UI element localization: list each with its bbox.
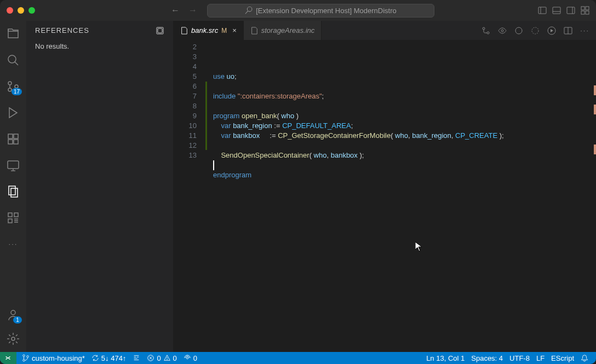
nav-forward-icon[interactable]: →	[188, 5, 197, 15]
activity-bar: 17 ··· 1	[0, 21, 26, 352]
customize-layout-icon[interactable]	[581, 6, 589, 15]
svg-point-27	[11, 310, 15, 315]
remote-icon	[4, 354, 12, 362]
code-line[interactable]	[213, 141, 596, 151]
svg-rect-26	[8, 219, 12, 223]
branch-name: custom-housing*	[32, 354, 85, 362]
code-content[interactable]: use uo; include ":containers:storageArea…	[207, 40, 596, 352]
text-cursor	[213, 160, 214, 170]
code-editor[interactable]: 2345678910111213 use uo; include ":conta…	[174, 40, 596, 352]
code-line[interactable]: program open_bank( who )	[213, 111, 596, 121]
extensions-view[interactable]	[7, 132, 20, 146]
overflow-menu[interactable]: ···	[9, 240, 18, 248]
code-line[interactable]	[213, 101, 596, 111]
svg-line-11	[15, 62, 18, 65]
code-line[interactable]: var bank_region := CP_DEFAULT_AREA;	[213, 121, 596, 131]
settings-gear[interactable]	[7, 332, 20, 345]
sync-status[interactable]: 5↓ 474↑	[88, 352, 130, 364]
remote-explorer-view[interactable]	[7, 159, 20, 172]
svg-point-10	[8, 55, 16, 63]
side-panel: REFERENCES No results.	[26, 21, 174, 352]
collapse-icon[interactable]	[156, 26, 164, 35]
tab-name: bank.src	[191, 26, 218, 34]
ports-count: 0	[193, 354, 197, 362]
toggle-primary-sidebar-icon[interactable]	[538, 6, 547, 15]
code-line[interactable]	[213, 160, 596, 170]
svg-point-39	[23, 355, 25, 357]
minimize-window[interactable]	[18, 7, 24, 14]
svg-rect-15	[8, 134, 13, 138]
tab-bank-src[interactable]: bank.src M ×	[174, 21, 244, 40]
indentation-status[interactable]: Spaces: 4	[468, 354, 506, 362]
svg-point-34	[515, 27, 522, 34]
preview-icon[interactable]	[498, 26, 507, 35]
source-control-view[interactable]: 17	[7, 80, 20, 93]
svg-rect-6	[581, 7, 584, 10]
tab-name: storageAreas.inc	[261, 26, 315, 34]
svg-point-12	[8, 82, 12, 85]
code-line[interactable]	[213, 82, 596, 91]
svg-rect-7	[586, 7, 589, 10]
svg-rect-4	[567, 7, 575, 14]
code-line[interactable]	[213, 180, 596, 190]
panel-title: REFERENCES	[35, 26, 89, 34]
run-without-icon[interactable]	[531, 26, 540, 35]
prettier-status[interactable]	[129, 352, 144, 364]
encoding-status[interactable]: UTF-8	[506, 354, 533, 362]
search-icon	[245, 7, 253, 14]
svg-rect-0	[538, 7, 546, 14]
error-icon	[147, 354, 154, 362]
svg-rect-19	[8, 161, 19, 169]
code-line[interactable]: var bankbox := CP_GetStorageContainerFor…	[213, 131, 596, 141]
toggle-panel-icon[interactable]	[552, 6, 561, 15]
remote-indicator[interactable]	[0, 352, 16, 364]
svg-point-41	[27, 356, 29, 358]
branch-icon	[22, 354, 30, 362]
close-window[interactable]	[7, 7, 13, 14]
code-line[interactable]: endprogram	[213, 170, 596, 180]
code-line[interactable]: SendOpenSpecialContainer( who, bankbox )…	[213, 151, 596, 160]
split-editor-icon[interactable]	[564, 26, 572, 35]
search-view[interactable]	[7, 54, 20, 67]
status-bar: custom-housing* 5↓ 474↑ 0 0 0 Ln 13, Col…	[0, 352, 596, 364]
compare-changes-icon[interactable]	[482, 26, 490, 35]
run-debug-view[interactable]	[7, 106, 20, 119]
nav-arrows: ← →	[171, 5, 197, 15]
toggle-secondary-sidebar-icon[interactable]	[566, 6, 575, 15]
file-icon	[180, 27, 188, 34]
command-center[interactable]: [Extension Development Host] ModernDistr…	[207, 4, 434, 18]
more-actions-icon[interactable]: ···	[580, 26, 589, 35]
run-icon[interactable]	[514, 26, 523, 35]
panel-header: REFERENCES	[26, 21, 173, 40]
language-mode[interactable]: EScript	[548, 354, 577, 362]
references-view[interactable]	[7, 185, 20, 198]
ports-icon	[184, 354, 191, 362]
account-badge: 1	[13, 316, 22, 323]
maximize-window[interactable]	[28, 7, 35, 14]
bell-icon	[581, 354, 588, 362]
explorer-view[interactable]	[7, 27, 20, 41]
svg-point-46	[167, 359, 167, 360]
svg-rect-16	[14, 134, 18, 138]
prettier-icon	[133, 354, 140, 362]
notifications[interactable]	[577, 354, 592, 362]
problems-status[interactable]: 0 0	[144, 352, 180, 364]
cursor-position[interactable]: Ln 13, Col 1	[423, 354, 468, 362]
debug-icon[interactable]	[547, 26, 556, 35]
ports-status[interactable]: 0	[180, 352, 200, 364]
file-icon	[250, 27, 258, 34]
gutter-change-indicator	[205, 82, 207, 150]
warning-icon	[163, 354, 171, 362]
layout-controls	[538, 6, 589, 15]
accounts[interactable]: 1	[7, 308, 20, 321]
code-line[interactable]: include ":containers:storageAreas";	[213, 91, 596, 101]
svg-point-35	[532, 27, 538, 34]
branch-status[interactable]: custom-housing*	[19, 352, 88, 364]
tab-storageareas[interactable]: storageAreas.inc	[244, 21, 322, 40]
nav-back-icon[interactable]: ←	[171, 5, 180, 15]
eol-status[interactable]: LF	[533, 354, 548, 362]
code-line[interactable]: use uo;	[213, 72, 596, 82]
additional-view[interactable]	[7, 211, 20, 224]
close-tab-icon[interactable]: ×	[232, 26, 237, 34]
svg-rect-24	[8, 213, 12, 217]
